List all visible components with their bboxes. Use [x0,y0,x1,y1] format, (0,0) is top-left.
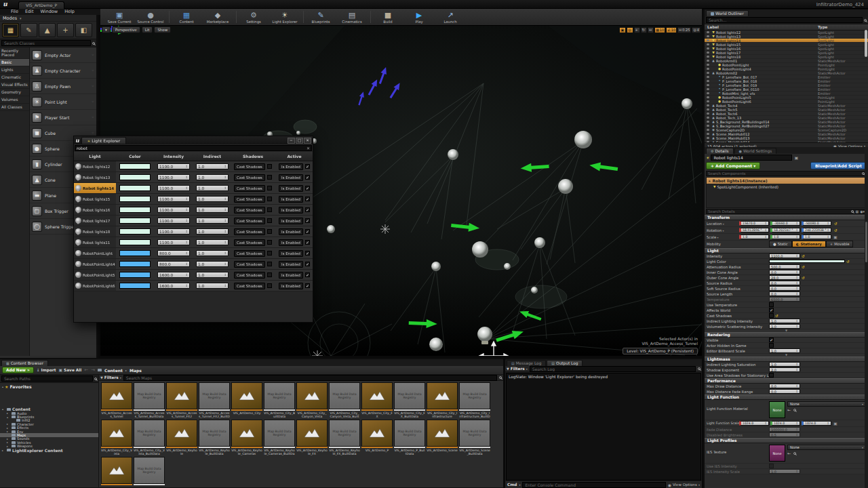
cast-shadows-checkbox[interactable] [267,186,272,190]
light-row[interactable]: Robot lights15 1100.0↕ 1.0↕ Cast Shadows… [74,194,313,205]
visibility-eye-icon[interactable] [705,68,711,70]
viewport-tool-button[interactable]: ⇔ [648,27,654,33]
cast-shadows-checkbox[interactable] [267,283,272,288]
asset-tile[interactable]: Map Build Data Registry VIS_ArtDemo_Keyh… [264,420,295,455]
visibility-eye-icon[interactable] [705,35,711,37]
indirect-field[interactable]: 1.0↕ [196,228,229,235]
light-explorer-tab[interactable]: ☀Light Explorer [81,137,126,144]
filters-button[interactable]: ▼Filters▾ [100,375,121,380]
search-assets-input[interactable] [123,375,497,381]
rotation-x-field[interactable]: 58.912896 °↕ [739,228,769,232]
location-x-field[interactable]: 15670.0↕ [739,221,769,226]
asset-tile[interactable]: Map Build Data Registry VIS_ArtDemo_Scen… [427,420,458,455]
is-enabled-checkbox[interactable] [305,283,310,288]
menu-item[interactable]: Window [37,9,60,15]
outliner-header[interactable]: LabelType [705,24,868,30]
viewport-options-button[interactable]: ▾ [102,26,111,33]
lightmass-section-header[interactable]: Lightmass [705,357,868,362]
viewport-tool-button[interactable]: ↻ [641,27,647,33]
add-new-button[interactable]: Add New » [2,367,34,373]
light-function-section-header[interactable]: Light Function [705,394,868,400]
mode-category[interactable]: Visual Effects [0,81,29,89]
property-field[interactable]: 0.0↕ [769,389,800,394]
cast-shadows-checkbox[interactable] [267,272,272,277]
property-field[interactable]: 0.0↕ [769,286,800,291]
lf-scale-y-field[interactable]: 1024.0↕ [770,421,800,426]
location-y-field[interactable]: -30660.0↕ [770,221,800,226]
lock-icon[interactable]: ▣ [833,421,837,426]
visibility-eye-icon[interactable] [705,76,711,78]
current-level-button[interactable]: Level: VIS_ArtDemo_P (Persistent) [623,348,698,354]
intensity-field[interactable]: 1100.0↕ [157,174,190,180]
display-options-icon[interactable]: ◉▾ [860,209,865,214]
visibility-eye-icon[interactable] [705,125,711,127]
light-color-swatch[interactable] [119,272,151,278]
mobility-static-button[interactable]: ●Static [769,241,792,247]
light-row[interactable]: RobotPointLight6 1600.0↕ 1.0↕ Cast Shado… [74,281,313,291]
lf-scale-x-field[interactable]: 1024.0↕ [739,421,769,426]
menu-item[interactable]: File [8,9,21,15]
expander-icon[interactable]: ▸ [2,449,5,452]
visibility-eye-icon[interactable] [705,52,711,54]
expander-icon[interactable]: ▸ [7,411,10,415]
asset-tile[interactable]: Map Build Data Registry VIS_ArtDemo_City… [459,382,490,418]
light-row[interactable]: Robot lights11 1100.0↕ 1.0↕ Cast Shadows… [74,237,313,248]
mobility-movable-button[interactable]: +Movable [826,241,854,247]
visibility-eye-icon[interactable] [705,39,711,41]
placeable-item[interactable]: ☀ Point Light [30,94,96,110]
asset-tile[interactable]: Map Build Data Registry VIS_ArtDemo_City… [394,382,425,418]
light-color-bar[interactable] [769,260,845,263]
asset-tile[interactable]: Map Build Data Registry VIS_ArtDemo_P_Bu… [394,420,425,455]
property-field[interactable]: 2.0↕ [769,367,800,372]
light-row[interactable]: RobotPointLight 800.0↕ 1.0↕ Cast Shadows… [74,248,313,259]
visibility-eye-icon[interactable] [705,88,711,90]
search-paths-input[interactable] [1,375,93,382]
light-color-swatch[interactable] [119,228,151,235]
search-log-input[interactable] [530,366,696,372]
use-selected-icon[interactable]: ← [787,451,791,455]
property-matrix-icon[interactable]: ▦ [855,209,859,214]
placeable-item[interactable]: ♙ Empty Pawn [30,79,96,94]
browse-icon[interactable] [793,452,796,455]
maximize-icon[interactable]: □ [296,138,303,144]
is-enabled-checkbox[interactable] [305,218,310,223]
revert-icon[interactable]: ↺ [802,265,805,269]
visibility-eye-icon[interactable] [705,96,711,98]
cast-shadows-checkbox[interactable] [267,207,272,212]
revert-icon[interactable]: ↺ [846,260,850,264]
component-child[interactable]: ▼SpotLightComponent (Inherited) [707,184,866,190]
visibility-eye-icon[interactable] [705,80,711,82]
mode-category[interactable]: Cinematic [0,74,29,81]
visibility-eye-icon[interactable] [705,104,711,106]
light-color-swatch[interactable] [119,207,151,213]
property-field[interactable]: 0.0↕ [769,281,800,285]
toolbar-button[interactable]: ◆ Marketplace [203,11,233,24]
outliner-search-input[interactable] [706,17,863,23]
back-icon[interactable]: ← [84,367,88,373]
property-checkbox[interactable] [769,373,774,378]
intensity-field[interactable]: 1100.0↕ [157,228,190,235]
intensity-field[interactable]: 1600.0↕ [157,272,190,278]
light-row[interactable]: Robot lights17 1100.0↕ 1.0↕ Cast Shadows… [74,216,313,226]
visibility-eye-icon[interactable] [705,129,711,131]
visibility-eye-icon[interactable] [705,141,711,142]
is-enabled-checkbox[interactable] [305,164,310,169]
outliner-scrollbar[interactable] [865,30,867,57]
property-checkbox[interactable] [769,308,774,312]
property-field[interactable]: 0.0↕ [769,384,800,388]
details-tab[interactable]: ⚙Details [706,148,734,154]
property-field[interactable]: 1100.0↕ [769,253,800,258]
property-checkbox[interactable] [769,302,774,307]
mode-tab-icon[interactable]: ✎ [20,23,37,37]
toolbar-button[interactable]: ⚙ Settings [239,11,269,24]
light-color-swatch[interactable] [119,185,151,191]
expander-icon[interactable]: ▸ [7,430,10,433]
intensity-field[interactable]: 800.0↕ [157,261,190,267]
is-enabled-checkbox[interactable] [305,175,310,180]
favorites-header[interactable]: ▴★Favorites [0,383,98,390]
asset-tile[interactable]: Map Build Data Registry VIS_ArtDemo_City… [361,382,393,418]
light-color-swatch[interactable] [119,218,151,224]
intensity-field[interactable]: 1100.0↕ [157,239,190,245]
revert-icon[interactable]: ↺ [802,276,805,280]
is-enabled-checkbox[interactable] [305,240,310,245]
